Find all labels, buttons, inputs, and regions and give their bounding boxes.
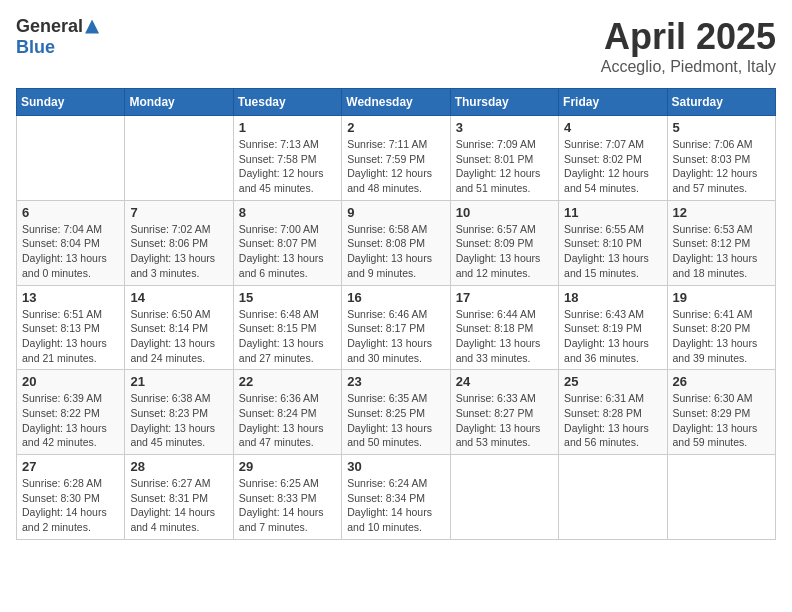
- calendar-cell: 18Sunrise: 6:43 AMSunset: 8:19 PMDayligh…: [559, 285, 667, 370]
- day-info: Sunrise: 6:27 AMSunset: 8:31 PMDaylight:…: [130, 476, 227, 535]
- day-info: Sunrise: 7:06 AMSunset: 8:03 PMDaylight:…: [673, 137, 770, 196]
- day-number: 30: [347, 459, 444, 474]
- calendar-cell: [559, 455, 667, 540]
- logo-general-text: General: [16, 16, 83, 37]
- calendar-cell: 15Sunrise: 6:48 AMSunset: 8:15 PMDayligh…: [233, 285, 341, 370]
- day-number: 8: [239, 205, 336, 220]
- day-info: Sunrise: 7:00 AMSunset: 8:07 PMDaylight:…: [239, 222, 336, 281]
- day-info: Sunrise: 6:55 AMSunset: 8:10 PMDaylight:…: [564, 222, 661, 281]
- calendar-cell: 10Sunrise: 6:57 AMSunset: 8:09 PMDayligh…: [450, 200, 558, 285]
- calendar-cell: 22Sunrise: 6:36 AMSunset: 8:24 PMDayligh…: [233, 370, 341, 455]
- day-info: Sunrise: 6:50 AMSunset: 8:14 PMDaylight:…: [130, 307, 227, 366]
- calendar-cell: 17Sunrise: 6:44 AMSunset: 8:18 PMDayligh…: [450, 285, 558, 370]
- calendar-cell: 12Sunrise: 6:53 AMSunset: 8:12 PMDayligh…: [667, 200, 775, 285]
- calendar-title: April 2025: [601, 16, 776, 58]
- calendar-cell: 9Sunrise: 6:58 AMSunset: 8:08 PMDaylight…: [342, 200, 450, 285]
- day-info: Sunrise: 6:25 AMSunset: 8:33 PMDaylight:…: [239, 476, 336, 535]
- day-info: Sunrise: 6:58 AMSunset: 8:08 PMDaylight:…: [347, 222, 444, 281]
- day-number: 12: [673, 205, 770, 220]
- header-day-friday: Friday: [559, 89, 667, 116]
- calendar-cell: 16Sunrise: 6:46 AMSunset: 8:17 PMDayligh…: [342, 285, 450, 370]
- calendar-cell: 1Sunrise: 7:13 AMSunset: 7:58 PMDaylight…: [233, 116, 341, 201]
- calendar-week-3: 13Sunrise: 6:51 AMSunset: 8:13 PMDayligh…: [17, 285, 776, 370]
- calendar-cell: 23Sunrise: 6:35 AMSunset: 8:25 PMDayligh…: [342, 370, 450, 455]
- day-info: Sunrise: 6:48 AMSunset: 8:15 PMDaylight:…: [239, 307, 336, 366]
- day-number: 9: [347, 205, 444, 220]
- day-info: Sunrise: 6:38 AMSunset: 8:23 PMDaylight:…: [130, 391, 227, 450]
- day-number: 3: [456, 120, 553, 135]
- header-day-sunday: Sunday: [17, 89, 125, 116]
- day-number: 14: [130, 290, 227, 305]
- calendar-week-2: 6Sunrise: 7:04 AMSunset: 8:04 PMDaylight…: [17, 200, 776, 285]
- day-info: Sunrise: 6:24 AMSunset: 8:34 PMDaylight:…: [347, 476, 444, 535]
- day-info: Sunrise: 6:30 AMSunset: 8:29 PMDaylight:…: [673, 391, 770, 450]
- calendar-cell: 7Sunrise: 7:02 AMSunset: 8:06 PMDaylight…: [125, 200, 233, 285]
- day-info: Sunrise: 6:57 AMSunset: 8:09 PMDaylight:…: [456, 222, 553, 281]
- header-day-wednesday: Wednesday: [342, 89, 450, 116]
- page-header: General Blue April 2025 Acceglio, Piedmo…: [16, 16, 776, 76]
- calendar-cell: 21Sunrise: 6:38 AMSunset: 8:23 PMDayligh…: [125, 370, 233, 455]
- day-number: 27: [22, 459, 119, 474]
- calendar-week-4: 20Sunrise: 6:39 AMSunset: 8:22 PMDayligh…: [17, 370, 776, 455]
- calendar-table: SundayMondayTuesdayWednesdayThursdayFrid…: [16, 88, 776, 540]
- day-number: 18: [564, 290, 661, 305]
- day-number: 20: [22, 374, 119, 389]
- calendar-location: Acceglio, Piedmont, Italy: [601, 58, 776, 76]
- day-number: 4: [564, 120, 661, 135]
- day-info: Sunrise: 7:11 AMSunset: 7:59 PMDaylight:…: [347, 137, 444, 196]
- day-number: 2: [347, 120, 444, 135]
- day-number: 11: [564, 205, 661, 220]
- day-info: Sunrise: 6:33 AMSunset: 8:27 PMDaylight:…: [456, 391, 553, 450]
- calendar-cell: 4Sunrise: 7:07 AMSunset: 8:02 PMDaylight…: [559, 116, 667, 201]
- logo-blue-text: Blue: [16, 37, 55, 58]
- calendar-cell: [17, 116, 125, 201]
- calendar-cell: 29Sunrise: 6:25 AMSunset: 8:33 PMDayligh…: [233, 455, 341, 540]
- day-info: Sunrise: 6:41 AMSunset: 8:20 PMDaylight:…: [673, 307, 770, 366]
- header-day-tuesday: Tuesday: [233, 89, 341, 116]
- day-info: Sunrise: 6:46 AMSunset: 8:17 PMDaylight:…: [347, 307, 444, 366]
- day-info: Sunrise: 7:07 AMSunset: 8:02 PMDaylight:…: [564, 137, 661, 196]
- day-info: Sunrise: 7:02 AMSunset: 8:06 PMDaylight:…: [130, 222, 227, 281]
- calendar-cell: 2Sunrise: 7:11 AMSunset: 7:59 PMDaylight…: [342, 116, 450, 201]
- calendar-cell: 28Sunrise: 6:27 AMSunset: 8:31 PMDayligh…: [125, 455, 233, 540]
- logo-triangle-icon: [85, 20, 99, 34]
- calendar-body: 1Sunrise: 7:13 AMSunset: 7:58 PMDaylight…: [17, 116, 776, 540]
- day-number: 7: [130, 205, 227, 220]
- header-row: SundayMondayTuesdayWednesdayThursdayFrid…: [17, 89, 776, 116]
- day-info: Sunrise: 6:39 AMSunset: 8:22 PMDaylight:…: [22, 391, 119, 450]
- calendar-week-1: 1Sunrise: 7:13 AMSunset: 7:58 PMDaylight…: [17, 116, 776, 201]
- day-info: Sunrise: 7:09 AMSunset: 8:01 PMDaylight:…: [456, 137, 553, 196]
- calendar-cell: 19Sunrise: 6:41 AMSunset: 8:20 PMDayligh…: [667, 285, 775, 370]
- day-number: 1: [239, 120, 336, 135]
- day-number: 6: [22, 205, 119, 220]
- day-number: 17: [456, 290, 553, 305]
- day-number: 13: [22, 290, 119, 305]
- day-info: Sunrise: 6:43 AMSunset: 8:19 PMDaylight:…: [564, 307, 661, 366]
- calendar-cell: 8Sunrise: 7:00 AMSunset: 8:07 PMDaylight…: [233, 200, 341, 285]
- day-number: 26: [673, 374, 770, 389]
- header-day-thursday: Thursday: [450, 89, 558, 116]
- calendar-cell: [125, 116, 233, 201]
- calendar-cell: 6Sunrise: 7:04 AMSunset: 8:04 PMDaylight…: [17, 200, 125, 285]
- header-day-monday: Monday: [125, 89, 233, 116]
- calendar-cell: 5Sunrise: 7:06 AMSunset: 8:03 PMDaylight…: [667, 116, 775, 201]
- day-info: Sunrise: 7:13 AMSunset: 7:58 PMDaylight:…: [239, 137, 336, 196]
- title-block: April 2025 Acceglio, Piedmont, Italy: [601, 16, 776, 76]
- day-number: 5: [673, 120, 770, 135]
- day-number: 10: [456, 205, 553, 220]
- calendar-header: SundayMondayTuesdayWednesdayThursdayFrid…: [17, 89, 776, 116]
- calendar-cell: 20Sunrise: 6:39 AMSunset: 8:22 PMDayligh…: [17, 370, 125, 455]
- calendar-cell: 30Sunrise: 6:24 AMSunset: 8:34 PMDayligh…: [342, 455, 450, 540]
- day-number: 25: [564, 374, 661, 389]
- day-info: Sunrise: 6:36 AMSunset: 8:24 PMDaylight:…: [239, 391, 336, 450]
- calendar-cell: [667, 455, 775, 540]
- day-info: Sunrise: 6:51 AMSunset: 8:13 PMDaylight:…: [22, 307, 119, 366]
- day-number: 29: [239, 459, 336, 474]
- calendar-cell: 26Sunrise: 6:30 AMSunset: 8:29 PMDayligh…: [667, 370, 775, 455]
- calendar-cell: 3Sunrise: 7:09 AMSunset: 8:01 PMDaylight…: [450, 116, 558, 201]
- day-info: Sunrise: 6:28 AMSunset: 8:30 PMDaylight:…: [22, 476, 119, 535]
- day-number: 22: [239, 374, 336, 389]
- day-number: 28: [130, 459, 227, 474]
- day-number: 24: [456, 374, 553, 389]
- day-info: Sunrise: 6:44 AMSunset: 8:18 PMDaylight:…: [456, 307, 553, 366]
